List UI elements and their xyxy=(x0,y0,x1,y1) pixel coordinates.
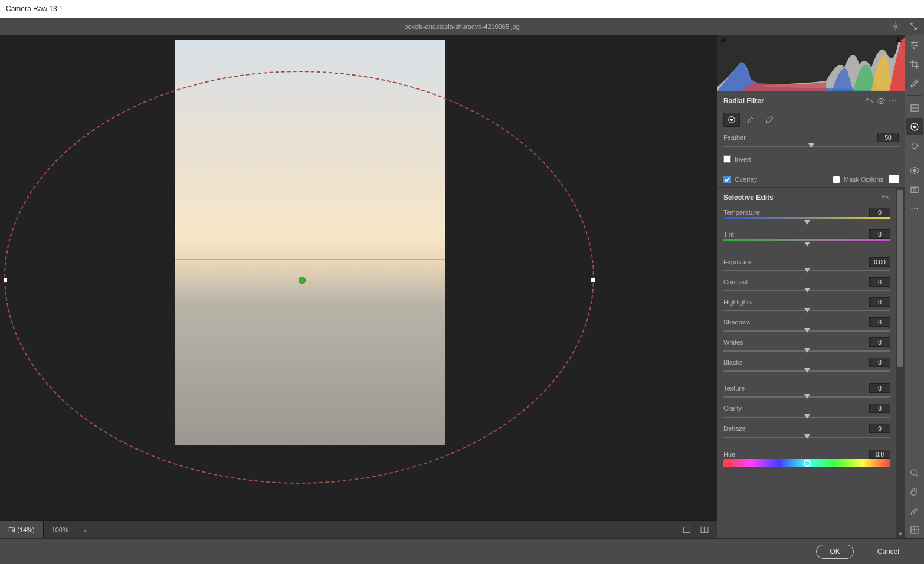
adjustment-brush-icon[interactable] xyxy=(906,137,923,154)
hue-value[interactable] xyxy=(869,450,890,459)
svg-point-6 xyxy=(892,100,893,101)
svg-point-12 xyxy=(913,47,915,49)
grid-icon[interactable] xyxy=(906,521,923,538)
whites-value[interactable] xyxy=(869,337,890,347)
svg-rect-19 xyxy=(911,187,918,192)
cancel-button[interactable]: Cancel xyxy=(864,545,912,559)
shadows-slider[interactable] xyxy=(723,328,890,334)
clarity-slider[interactable] xyxy=(723,414,890,420)
temperature-slider[interactable] xyxy=(723,220,890,226)
svg-point-20 xyxy=(913,188,916,191)
settings-icon[interactable] xyxy=(889,19,903,34)
presets-icon[interactable] xyxy=(906,199,923,217)
panel-menu-icon[interactable] xyxy=(887,95,899,107)
panel-scrollbar[interactable]: ▲ ▼ xyxy=(896,188,905,538)
ok-button[interactable]: OK xyxy=(816,545,853,559)
blacks-label: Blacks xyxy=(723,359,869,366)
shadow-clip-indicator[interactable] xyxy=(720,37,727,42)
tint-value[interactable] xyxy=(869,229,890,239)
highlights-value[interactable] xyxy=(869,297,890,307)
before-after-split-icon[interactable] xyxy=(697,523,712,537)
exposure-label: Exposure xyxy=(723,258,869,265)
brush-erase-icon[interactable] xyxy=(761,113,778,127)
blacks-slider[interactable] xyxy=(723,368,890,374)
exposure-value[interactable] xyxy=(869,257,890,267)
svg-point-17 xyxy=(912,143,918,148)
reset-edits-icon[interactable] xyxy=(880,192,890,203)
svg-point-11 xyxy=(916,44,918,46)
contrast-label: Contrast xyxy=(723,278,869,286)
contrast-value[interactable] xyxy=(869,277,890,287)
panel-title: Radial Filter xyxy=(723,97,764,105)
scrollbar-thumb[interactable] xyxy=(897,190,903,367)
visibility-icon[interactable] xyxy=(875,95,887,107)
hue-slider[interactable] xyxy=(723,459,890,467)
dehaze-value[interactable] xyxy=(869,424,890,433)
brush-add-icon[interactable] xyxy=(742,113,759,127)
svg-rect-1 xyxy=(684,527,690,532)
temperature-value[interactable] xyxy=(869,208,890,217)
contrast-slider[interactable] xyxy=(723,288,890,294)
svg-point-7 xyxy=(895,100,896,101)
selective-edits-title: Selective Edits xyxy=(723,194,880,202)
shadows-value[interactable] xyxy=(869,317,890,327)
highlights-slider[interactable] xyxy=(723,308,890,314)
exposure-slider[interactable] xyxy=(723,268,890,274)
svg-point-9 xyxy=(730,119,733,121)
photo-preview xyxy=(175,40,445,445)
before-after-single-icon[interactable] xyxy=(680,523,694,537)
feather-value[interactable] xyxy=(877,133,899,142)
temperature-label: Temperature xyxy=(723,209,869,216)
texture-label: Texture xyxy=(723,385,869,392)
zoom-tool-icon[interactable] xyxy=(906,464,923,481)
feather-slider[interactable] xyxy=(723,143,899,149)
zoom-100[interactable]: 100% xyxy=(44,521,77,538)
zoom-fit[interactable]: Fit (14%) xyxy=(0,521,44,538)
svg-point-21 xyxy=(911,207,912,208)
edit-sliders-icon[interactable] xyxy=(906,37,923,54)
svg-point-13 xyxy=(916,80,918,81)
fullscreen-icon[interactable] xyxy=(906,19,920,34)
shadows-label: Shadows xyxy=(723,319,869,326)
mask-options-label: Mask Options xyxy=(844,176,883,183)
mask-color-swatch[interactable] xyxy=(889,175,899,183)
filter-pin[interactable] xyxy=(299,277,306,284)
snapshots-icon[interactable] xyxy=(906,181,923,198)
invert-label: Invert xyxy=(735,156,751,163)
dehaze-label: Dehaze xyxy=(723,425,869,432)
invert-checkbox[interactable] xyxy=(723,155,731,163)
graduated-filter-icon[interactable] xyxy=(906,99,923,116)
spot-removal-icon[interactable] xyxy=(906,74,923,91)
whites-slider[interactable] xyxy=(723,348,890,354)
dehaze-slider[interactable] xyxy=(723,434,890,440)
highlights-label: Highlights xyxy=(723,299,869,306)
zoom-menu[interactable]: ⌄ xyxy=(77,527,94,533)
whites-label: Whites xyxy=(723,339,869,346)
svg-point-22 xyxy=(914,207,915,208)
preview-canvas[interactable] xyxy=(0,35,717,520)
undo-icon[interactable] xyxy=(863,95,875,107)
hue-label: Hue xyxy=(723,451,869,458)
radial-filter-icon[interactable] xyxy=(906,118,923,135)
blacks-value[interactable] xyxy=(869,358,890,367)
svg-rect-2 xyxy=(701,527,704,532)
dialog-button-bar: OK Cancel xyxy=(0,538,924,564)
crop-tool-icon[interactable] xyxy=(906,55,923,73)
svg-point-24 xyxy=(911,470,916,475)
radial-handle-right[interactable] xyxy=(591,278,595,282)
histogram[interactable] xyxy=(717,35,905,91)
svg-rect-3 xyxy=(705,527,708,532)
svg-point-4 xyxy=(880,100,882,102)
texture-value[interactable] xyxy=(869,383,890,393)
red-eye-icon[interactable] xyxy=(906,162,923,179)
radial-handle-left[interactable] xyxy=(4,278,7,282)
highlight-clip-indicator[interactable] xyxy=(895,37,902,42)
overlay-checkbox[interactable] xyxy=(723,176,731,183)
color-sampler-icon[interactable] xyxy=(906,502,923,519)
texture-slider[interactable] xyxy=(723,394,890,400)
mask-options-checkbox[interactable] xyxy=(833,176,840,183)
tint-slider[interactable] xyxy=(723,242,890,248)
clarity-value[interactable] xyxy=(869,404,890,413)
hand-tool-icon[interactable] xyxy=(906,483,923,500)
radial-new-icon[interactable] xyxy=(723,113,740,127)
